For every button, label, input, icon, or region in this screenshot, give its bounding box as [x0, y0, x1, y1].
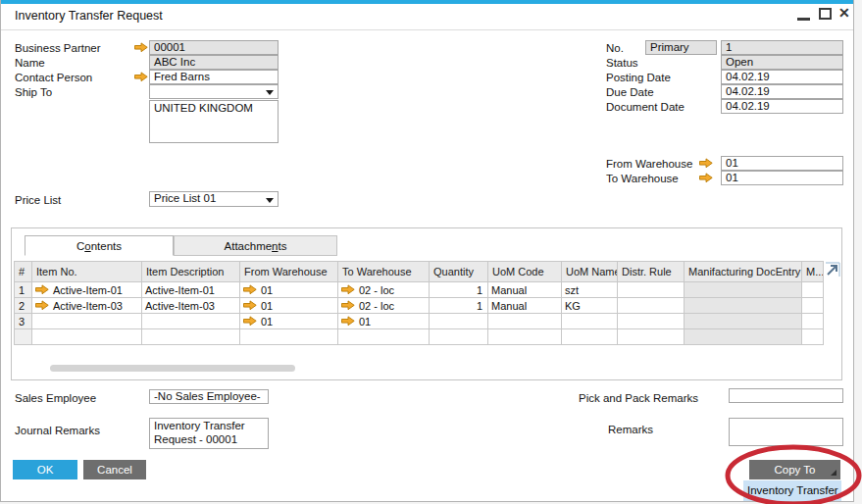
row-number-cell[interactable]: 1	[15, 282, 32, 298]
posting-date-label: Posting Date	[606, 71, 671, 84]
name-field[interactable]: ABC Inc	[149, 55, 279, 70]
col-manufacturing-docentry[interactable]: Manifacturing DocEntry	[685, 262, 802, 282]
from-warehouse-cell[interactable]	[240, 329, 338, 345]
distr-rule-cell[interactable]	[618, 298, 685, 314]
status-field: Open	[721, 55, 843, 70]
ship-to-address-box[interactable]: UNITED KINGDOM	[149, 100, 279, 143]
col-uom-code[interactable]: UoM Code	[488, 262, 562, 282]
due-date-field[interactable]: 04.02.19	[721, 84, 843, 99]
m-cell[interactable]	[802, 282, 824, 298]
contact-person-field[interactable]: Fred Barns	[149, 70, 279, 84]
col-quantity[interactable]: Quantity	[430, 262, 488, 282]
link-arrow-icon[interactable]	[134, 72, 148, 82]
link-arrow-icon[interactable]	[35, 284, 49, 295]
m-cell[interactable]	[802, 329, 824, 345]
name-label: Name	[15, 56, 45, 70]
price-list-value: Price List 01	[154, 192, 216, 204]
col-to-warehouse[interactable]: To Warehouse	[338, 262, 430, 282]
cancel-button[interactable]: Cancel	[83, 460, 146, 479]
row-number-cell[interactable]: 2	[15, 298, 32, 314]
to-warehouse-field[interactable]: 01	[721, 171, 843, 185]
journal-remarks-field[interactable]: Inventory Transfer Request - 00001	[149, 418, 269, 449]
from-warehouse-cell[interactable]: 01	[240, 298, 338, 314]
from-warehouse-cell[interactable]: 01	[240, 282, 338, 298]
tab-contents[interactable]: Contents	[25, 235, 174, 256]
link-arrow-icon[interactable]	[341, 284, 355, 295]
item-description-cell[interactable]: Active-Item-03	[142, 298, 240, 314]
tab-attachments[interactable]: Attachments	[174, 235, 337, 256]
uom-code-cell[interactable]: Manual	[488, 298, 562, 314]
item-description-cell[interactable]: Active-Item-01	[142, 282, 240, 298]
doc-number-field[interactable]: 1	[721, 40, 843, 55]
horizontal-scrollbar[interactable]	[50, 365, 295, 372]
distr-rule-cell[interactable]	[618, 314, 685, 329]
row-number-cell[interactable]	[15, 329, 32, 345]
expand-grid-icon[interactable]	[825, 262, 840, 277]
to-warehouse-cell[interactable]: 02 - loc	[338, 298, 430, 314]
document-date-field[interactable]: 04.02.19	[721, 99, 843, 114]
col-uom-name[interactable]: UoM Name	[562, 262, 618, 282]
link-arrow-icon[interactable]	[35, 300, 49, 311]
m-cell[interactable]	[802, 314, 824, 329]
copy-to-corner-triangle-icon	[831, 470, 837, 476]
distr-rule-cell[interactable]	[618, 282, 685, 298]
to-warehouse-cell[interactable]: 01	[338, 314, 430, 329]
remarks-field[interactable]	[729, 418, 843, 446]
to-warehouse-cell[interactable]	[338, 329, 430, 345]
ship-to-dropdown[interactable]	[149, 84, 279, 99]
from-warehouse-field[interactable]: 01	[721, 156, 843, 171]
link-arrow-icon[interactable]	[699, 173, 713, 183]
col-row-number[interactable]: #	[15, 262, 32, 282]
table-row	[15, 329, 824, 345]
col-from-warehouse[interactable]: From Warehouse	[240, 262, 338, 282]
sales-employee-field[interactable]: -No Sales Employee-	[149, 389, 269, 404]
quantity-cell[interactable]: 1	[430, 282, 488, 298]
from-warehouse-cell[interactable]: 01	[240, 314, 338, 329]
to-warehouse-cell[interactable]: 02 - loc	[338, 282, 430, 298]
business-partner-field[interactable]: 00001	[149, 40, 279, 55]
copy-to-button[interactable]: Copy To	[749, 460, 840, 479]
item-description-cell[interactable]	[142, 314, 240, 329]
uom-code-cell[interactable]	[488, 329, 562, 345]
link-arrow-icon[interactable]	[341, 316, 355, 327]
col-m-truncated[interactable]: M...	[802, 262, 824, 282]
quantity-cell[interactable]: 1	[430, 298, 488, 314]
uom-code-cell[interactable]: Manual	[488, 282, 562, 298]
quantity-cell[interactable]	[430, 314, 488, 329]
col-item-no[interactable]: Item No.	[32, 262, 142, 282]
row-number-cell[interactable]: 3	[15, 314, 32, 329]
to-warehouse-label: To Warehouse	[606, 172, 679, 185]
item-no-cell[interactable]: Active-Item-01	[32, 282, 142, 298]
uom-name-cell[interactable]: szt	[562, 282, 618, 298]
uom-name-cell[interactable]: KG	[562, 298, 618, 314]
link-arrow-icon[interactable]	[243, 300, 257, 311]
col-distr-rule[interactable]: Distr. Rule	[618, 262, 685, 282]
col-item-description[interactable]: Item Description	[142, 262, 240, 282]
item-description-cell[interactable]	[142, 329, 240, 345]
quantity-cell[interactable]	[430, 329, 488, 345]
link-arrow-icon[interactable]	[243, 284, 257, 295]
maximize-icon[interactable]	[819, 8, 832, 20]
close-icon[interactable]: ✕	[838, 5, 850, 21]
link-arrow-icon[interactable]	[134, 42, 148, 53]
ok-button[interactable]: OK	[13, 460, 77, 479]
uom-name-cell[interactable]	[562, 329, 618, 345]
posting-date-field[interactable]: 04.02.19	[721, 70, 843, 84]
pick-pack-remarks-field[interactable]	[729, 388, 843, 403]
price-list-label: Price List	[15, 193, 61, 207]
item-no-cell[interactable]	[32, 329, 142, 345]
price-list-dropdown[interactable]: Price List 01	[149, 191, 279, 207]
chevron-down-icon	[266, 90, 274, 95]
item-no-cell[interactable]	[32, 314, 142, 329]
uom-name-cell[interactable]	[562, 314, 618, 329]
item-no-cell[interactable]: Active-Item-03	[32, 298, 142, 314]
minimize-icon[interactable]	[797, 18, 810, 21]
distr-rule-cell[interactable]	[618, 329, 685, 345]
link-arrow-icon[interactable]	[341, 300, 355, 311]
uom-code-cell[interactable]	[488, 314, 562, 329]
m-cell[interactable]	[802, 298, 824, 314]
doc-series-field[interactable]: Primary	[645, 40, 717, 55]
link-arrow-icon[interactable]	[699, 158, 713, 169]
link-arrow-icon[interactable]	[243, 316, 257, 327]
copy-to-menu-item-inventory-transfer[interactable]: Inventory Transfer	[743, 480, 841, 501]
